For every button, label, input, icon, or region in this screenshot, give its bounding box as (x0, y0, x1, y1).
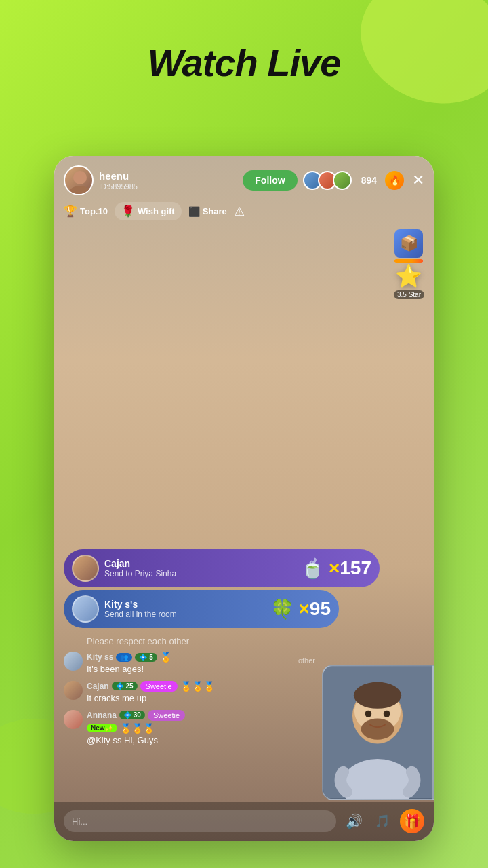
gift-banner-1: Cajan Send to Priya Sinha 🍵 ×157 (64, 549, 380, 587)
gift-sender-name-1: Cajan (104, 558, 297, 569)
chat-username-1: Kity ss (87, 652, 113, 662)
gift-badge-icon[interactable]: 📦 (394, 229, 423, 258)
bottom-bar: Hi... 🔊 🎵 🎁 (54, 802, 434, 841)
gift-sender-name-2: Kity s's (104, 599, 266, 610)
star-label: 3.5 Star (394, 290, 424, 299)
gift-action-1: Send to Priya Sinha (104, 569, 297, 578)
top-rank-label: Top.10 (80, 206, 108, 216)
svg-point-8 (384, 711, 390, 717)
gift-button[interactable]: 🎁 (400, 809, 424, 833)
gift-sender-avatar-2 (72, 595, 99, 623)
chat-badge-sweetie-3: Sweetie (148, 710, 185, 721)
chat-avatar-2 (64, 681, 83, 700)
inset-person-bg (323, 666, 432, 799)
streamer-avatar (64, 165, 94, 195)
gift-banner-text-2: Kity s's Send all in the room (104, 599, 266, 619)
streamer-id: ID:5895985 (99, 182, 237, 191)
chat-badge-group: 👥 (116, 653, 132, 662)
other-label: other (298, 656, 315, 665)
viewer-avatars (303, 171, 352, 190)
gift-emoji-2: 🍀 (270, 598, 294, 620)
share-label: Share (203, 206, 227, 216)
chat-notice: Please respect each other (64, 636, 424, 646)
gift-banner-text-1: Cajan Send to Priya Sinha (104, 558, 297, 578)
chat-input-placeholder: Hi... (72, 816, 87, 827)
chat-badge-diamond-3: 💠 30 (119, 711, 145, 719)
gift-emoji-1: 🍵 (301, 557, 325, 580)
svg-point-7 (365, 711, 371, 717)
gift-sender-avatar-1 (72, 555, 99, 582)
gift-count-1: ×157 (329, 557, 371, 579)
chat-avatar-3 (64, 710, 83, 729)
chat-username-3: Annana (87, 711, 117, 720)
wish-gift-button[interactable]: 🌹 Wish gift (115, 202, 182, 220)
star-badge: 📦 ⭐ 3.5 Star (394, 229, 424, 299)
chat-badge-new: New✨ (87, 724, 117, 732)
streamer-info: heenu ID:5895985 (99, 170, 237, 191)
chat-input-box[interactable]: Hi... (64, 810, 336, 832)
svg-point-5 (354, 682, 401, 709)
gift-action-2: Send all in the room (104, 610, 266, 619)
top10-badge: 🏆 Top.10 (64, 205, 108, 218)
chat-name-row-1: Kity ss 👥 💠 5 🏅 (87, 652, 424, 663)
svg-point-0 (73, 171, 87, 184)
warning-button[interactable]: ⚠ (234, 204, 245, 219)
viewer-count: 894 (361, 175, 377, 186)
svg-point-6 (361, 719, 394, 740)
chat-badge-level: 💠 5 (135, 653, 157, 662)
video-inset[interactable] (322, 665, 434, 800)
coin-icon[interactable]: 🔥 (385, 171, 404, 190)
action-bar: 🏆 Top.10 🌹 Wish gift ⬛ Share ⚠ (54, 202, 434, 220)
gift-banner-2: Kity s's Send all in the room 🍀 ×95 (64, 590, 339, 628)
svg-point-1 (69, 186, 91, 195)
trophy-icon: 🏆 (64, 205, 77, 218)
chat-medals-2: 🏅🏅🏅 (180, 681, 215, 692)
mic-button[interactable]: 🎵 (371, 810, 393, 832)
gift-icon: 📦 (400, 235, 418, 252)
rose-icon: 🌹 (121, 205, 135, 218)
star-icon: ⭐ (395, 263, 422, 289)
chat-avatar-1 (64, 652, 83, 671)
chat-badge-sweetie-2: Sweetie (140, 681, 178, 692)
chat-medals-3: 🏅🏅🏅 (120, 723, 155, 734)
streamer-name: heenu (99, 170, 237, 182)
speaker-button[interactable]: 🔊 (343, 810, 365, 832)
live-stream-container: heenu ID:5895985 Follow 894 🔥 ✕ 🏆 Top.10… (54, 156, 434, 841)
close-button[interactable]: ✕ (412, 173, 424, 188)
wish-gift-label: Wish gift (138, 206, 175, 216)
stream-top-bar: heenu ID:5895985 Follow 894 🔥 ✕ (54, 156, 434, 201)
gift-count-2: ×95 (298, 598, 331, 620)
follow-button[interactable]: Follow (243, 170, 297, 191)
chat-badge-diamond: 💠 25 (112, 682, 138, 690)
chat-badge-medal: 🏅 (160, 652, 171, 663)
share-icon: ⬛ (188, 206, 200, 217)
chat-username-2: Cajan (87, 682, 109, 691)
viewer-avatar-3 (333, 171, 352, 190)
share-button[interactable]: ⬛ Share (188, 206, 227, 217)
